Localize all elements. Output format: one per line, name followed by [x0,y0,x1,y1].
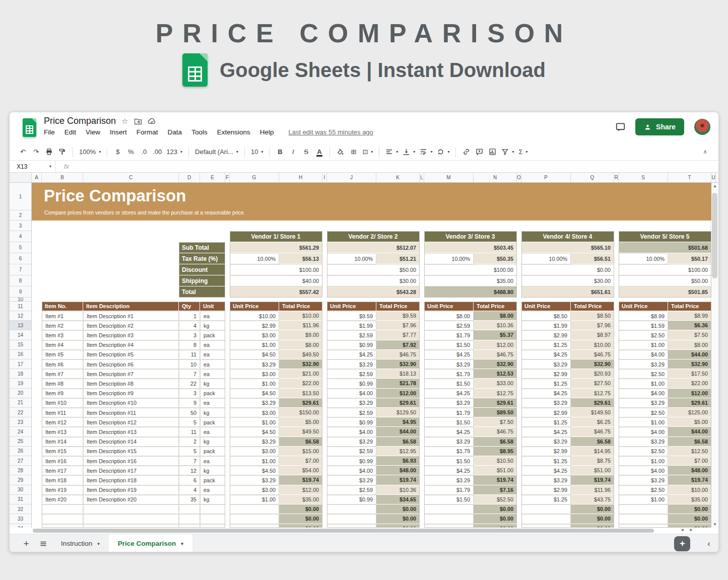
total-price-v2[interactable]: $7.77 [376,330,420,340]
total-vendor-1[interactable]: $557.42 [230,286,322,298]
header-unit-price-vendor-5[interactable]: Unit Price [619,302,668,311]
sub-total-vendor-3[interactable]: $503.45 [424,242,517,253]
summary-label-discount[interactable]: Discount [179,264,225,275]
unit-price-v2[interactable]: $0.99 [327,495,376,504]
decrease-decimals-icon[interactable]: .0 [138,146,150,158]
item-unit[interactable]: ea [200,369,225,379]
item-no[interactable]: Item #12 [42,417,83,427]
unit-price-v3[interactable]: $1.79 [424,447,474,456]
total-price-v4[interactable]: $29.61 [571,398,614,408]
unit-price-v4[interactable]: $3.29 [521,359,571,369]
total-price-v2[interactable]: $12.00 [376,389,420,398]
total-price-v4[interactable]: $20.93 [571,369,614,379]
unit-price-v4[interactable]: $4.25 [521,427,571,437]
total-price-v3[interactable]: $7.16 [474,485,517,495]
total-price-v4[interactable]: $46.75 [571,350,614,359]
item-qty[interactable]: 10 [179,359,200,369]
item-unit[interactable]: ea [200,427,225,437]
item-description[interactable]: Item Description #3 [83,330,179,340]
item-qty[interactable]: 22 [179,379,200,388]
total-price-v5[interactable]: $32.90 [668,359,711,369]
sub-total-vendor-5[interactable]: $501.68 [619,242,711,253]
column-header-T[interactable]: T [668,173,711,182]
menu-file[interactable]: File [44,128,55,136]
empty-total-price-v4[interactable]: $0.00 [571,504,614,514]
total-price-v1[interactable]: $13.50 [279,389,322,398]
item-description[interactable]: Item Description #12 [83,417,179,427]
undo-icon[interactable]: ↶ [17,146,29,158]
header-unit-price-vendor-3[interactable]: Unit Price [424,302,474,311]
header-total-price-vendor-2[interactable]: Total Price [376,302,420,311]
total-price-v1[interactable]: $32.90 [279,359,322,369]
item-unit[interactable]: kg [200,495,225,504]
total-price-v1[interactable]: $11.96 [279,321,322,330]
unit-price-v1[interactable]: $2.99 [230,321,279,330]
unit-price-v2[interactable]: $0.99 [327,417,376,427]
item-description[interactable]: Item Description #11 [83,408,179,417]
empty-total-price-v3[interactable]: $0.00 [474,524,517,528]
tax-rate-vendor-2[interactable]: 10.00% [327,253,376,264]
unit-price-v3[interactable]: $2.59 [424,321,474,330]
empty-item-unit[interactable] [200,504,225,514]
total-price-v1[interactable]: $9.00 [279,330,322,340]
item-no[interactable]: Item #9 [42,389,83,398]
row-header-24[interactable]: 24 [10,427,32,437]
item-qty[interactable]: 2 [179,437,200,447]
unit-price-v2[interactable]: $4.00 [327,466,376,475]
empty-unit-price-v1[interactable] [230,514,279,524]
row-header-9[interactable]: 9 [10,286,32,298]
empty-unit-price-v2[interactable] [327,524,376,528]
row-header-33[interactable]: 33 [10,514,32,524]
collapse-chevron-icon[interactable]: ‹ [707,539,710,549]
unit-price-v3[interactable]: $1.50 [424,379,474,388]
item-qty[interactable]: 4 [179,321,200,330]
header-total-price-vendor-4[interactable]: Total Price [571,302,614,311]
item-unit[interactable]: ea [200,398,225,408]
item-unit[interactable]: ea [200,485,225,495]
total-price-v1[interactable]: $5.00 [279,417,322,427]
item-no[interactable]: Item #20 [42,495,83,504]
shipping-vendor-2[interactable]: $30.00 [327,275,420,286]
unit-price-v5[interactable]: $4.00 [619,427,668,437]
percent-format-icon[interactable]: % [124,146,137,158]
column-header-C[interactable]: C [83,173,179,182]
tax-rate-vendor-3[interactable]: 10.00% [424,253,474,264]
empty-total-price-v5[interactable]: $0.00 [668,514,711,524]
total-price-v2[interactable]: $44.00 [376,427,420,437]
row-header-31[interactable]: 31 [10,495,32,504]
vendor-header-3[interactable]: Vendor 3/ Store 3 [424,231,517,242]
item-description[interactable]: Item Description #18 [83,475,179,485]
row-header-6[interactable]: 6 [10,253,32,264]
empty-total-price-v4[interactable]: $0.00 [571,514,614,524]
total-price-v3[interactable]: $5.37 [474,330,517,340]
unit-price-v2[interactable]: $3.29 [327,359,376,369]
increase-decimals-icon[interactable]: .00 [151,146,164,158]
borders-icon[interactable]: ⊞ [347,146,360,158]
total-price-v1[interactable]: $54.00 [279,466,322,475]
total-price-v5[interactable]: $6.58 [668,437,711,447]
tax-rate-vendor-4[interactable]: 10.00% [521,253,571,264]
item-unit[interactable]: pack [200,330,225,340]
total-price-v4[interactable]: $8.97 [571,330,614,340]
total-price-v1[interactable]: $150.00 [279,408,322,417]
total-price-v5[interactable]: $35.00 [668,495,711,504]
unit-price-v1[interactable]: $10.00 [230,311,279,321]
total-price-v1[interactable]: $15.00 [279,447,322,456]
unit-price-v2[interactable]: $2.59 [327,447,376,456]
redo-icon[interactable]: ↷ [30,146,42,158]
vertical-scrollbar[interactable]: ▲ ▼ [710,183,718,528]
row-header-1[interactable]: 1 [10,183,32,210]
header-unit-price-vendor-2[interactable]: Unit Price [327,302,376,311]
item-no[interactable]: Item #6 [42,359,83,369]
column-header-B[interactable]: B [42,173,83,182]
total-price-v4[interactable]: $149.50 [571,408,614,417]
item-unit[interactable]: kg [200,466,225,475]
empty-total-price-v3[interactable]: $0.00 [474,514,517,524]
total-price-v2[interactable]: $6.93 [376,456,420,466]
item-unit[interactable]: ea [200,350,225,359]
unit-price-v2[interactable]: $2.59 [327,330,376,340]
empty-total-price-v1[interactable]: $0.00 [279,524,322,528]
item-no[interactable]: Item #4 [42,340,83,350]
star-icon[interactable]: ☆ [121,117,128,126]
unit-price-v4[interactable]: $2.99 [521,408,571,417]
